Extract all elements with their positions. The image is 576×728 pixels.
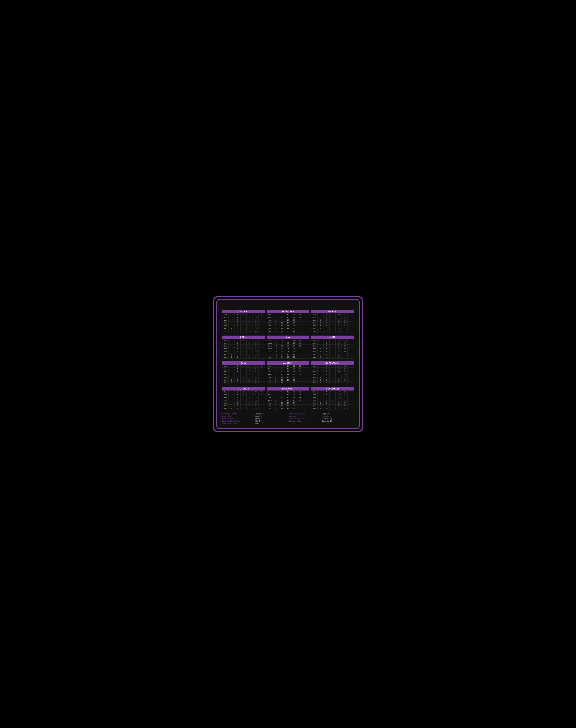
date-cell: 19: [285, 350, 291, 353]
date-cell: [303, 339, 309, 342]
date-cell: [348, 365, 354, 368]
holiday-date: March 25: [256, 415, 288, 417]
table-row: Fri18152229: [222, 327, 265, 330]
date-cell: [303, 316, 309, 319]
date-cell: [228, 365, 234, 368]
date-cell: 2: [273, 370, 279, 373]
date-cell: 23: [291, 342, 297, 345]
date-cell: 6: [234, 373, 241, 376]
date-cell: 25: [291, 324, 297, 327]
date-cell: [259, 330, 265, 332]
date-cell: 4: [317, 356, 323, 358]
date-cell: 19: [336, 368, 342, 370]
day-label: Thu: [311, 324, 318, 327]
date-cell: 13: [285, 390, 291, 393]
date-cell: 11: [279, 347, 285, 350]
date-cell: [342, 327, 348, 330]
date-cell: [348, 330, 354, 332]
table-row: Mon18152229: [267, 368, 309, 370]
table-row: Wed3101724: [267, 321, 309, 324]
day-label: Sat: [222, 381, 229, 384]
month-table: Sun7142128Mon18152229Tue29162330Wed31017…: [267, 365, 309, 384]
date-cell: 22: [247, 327, 253, 330]
date-cell: 26: [291, 379, 297, 381]
date-cell: 25: [336, 327, 342, 330]
date-cell: 13: [240, 347, 247, 350]
date-cell: 15: [329, 347, 336, 350]
date-cell: 2: [228, 330, 234, 332]
date-cell: 22: [291, 316, 297, 319]
date-cell: 8: [279, 368, 285, 370]
date-cell: 27: [253, 402, 259, 404]
date-cell: [303, 347, 309, 350]
table-row: Sat3101724: [311, 381, 354, 384]
date-cell: 31: [297, 345, 303, 347]
date-cell: [342, 353, 348, 356]
date-cell: [297, 353, 303, 356]
table-row: Wed6132027: [222, 373, 265, 376]
date-cell: 3: [317, 407, 323, 410]
date-cell: 2: [228, 356, 234, 358]
date-cell: 25: [253, 316, 259, 319]
date-cell: 18: [285, 404, 291, 407]
date-cell: 7: [234, 404, 241, 407]
date-cell: 18: [247, 396, 253, 399]
date-cell: 21: [291, 313, 297, 316]
date-cell: [348, 381, 354, 384]
date-cell: 18: [329, 327, 336, 330]
table-row: Sat29162330: [222, 330, 265, 332]
date-cell: [259, 399, 265, 402]
date-cell: 2: [273, 399, 279, 402]
date-cell: 14: [285, 393, 291, 396]
date-cell: 11: [329, 390, 336, 393]
date-cell: 6: [323, 342, 329, 345]
date-cell: 28: [342, 316, 348, 319]
date-cell: 6: [323, 396, 329, 399]
table-row: Fri3101724: [311, 353, 354, 356]
date-cell: [228, 345, 234, 347]
table-row: Mon7142128: [267, 393, 309, 396]
date-cell: [303, 356, 309, 358]
date-cell: 27: [342, 396, 348, 399]
date-cell: 6: [273, 353, 279, 356]
date-cell: 20: [285, 330, 291, 332]
date-cell: 17: [285, 321, 291, 324]
date-cell: 30: [342, 379, 348, 381]
date-cell: 12: [329, 368, 336, 370]
day-label: Sat: [311, 407, 318, 410]
date-cell: 14: [329, 345, 336, 347]
date-cell: 19: [285, 407, 291, 410]
table-row: Thu5121926: [267, 350, 309, 353]
date-cell: 9: [323, 379, 329, 381]
date-cell: 9: [323, 404, 329, 407]
date-cell: [228, 339, 234, 342]
date-cell: 2: [317, 350, 323, 353]
date-cell: 25: [253, 368, 259, 370]
date-cell: 15: [240, 379, 247, 381]
date-cell: 8: [234, 353, 241, 356]
date-cell: 5: [323, 393, 329, 396]
date-cell: 9: [279, 370, 285, 373]
date-cell: [303, 370, 309, 373]
date-cell: 10: [323, 407, 329, 410]
date-cell: [259, 316, 265, 319]
holiday-date: December 27: [322, 418, 354, 419]
date-cell: [317, 313, 323, 316]
table-row: Fri29162330: [311, 379, 354, 381]
date-cell: [228, 368, 234, 370]
month-block-january: JANUARYSun310172431Mon4111825Tue5121926W…: [222, 310, 265, 333]
date-cell: [348, 327, 354, 330]
date-cell: 3: [273, 402, 279, 404]
table-row: Fri18152229: [222, 379, 265, 381]
date-cell: 19: [247, 370, 253, 373]
date-cell: 16: [240, 330, 247, 332]
day-label: Fri: [311, 327, 318, 330]
calendars-grid: JANUARYSun310172431Mon4111825Tue5121926W…: [222, 310, 354, 410]
date-cell: [303, 376, 309, 379]
date-cell: 10: [279, 321, 285, 324]
day-label: Sun: [267, 365, 273, 368]
date-cell: 6: [279, 390, 285, 393]
date-cell: 3: [273, 373, 279, 376]
month-header: JANUARY: [222, 310, 265, 313]
date-cell: 8: [279, 396, 285, 399]
